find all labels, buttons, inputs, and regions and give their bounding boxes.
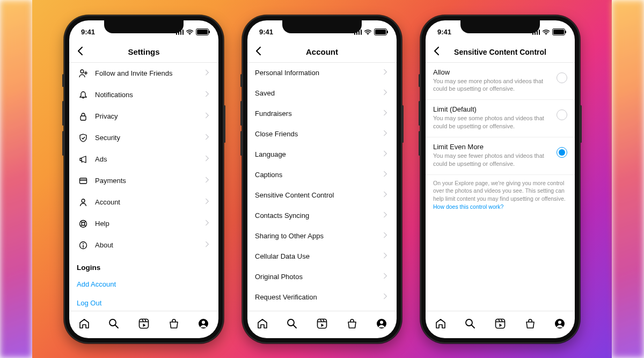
bell-icon xyxy=(77,91,90,99)
wifi-icon xyxy=(186,29,194,35)
row-label: Language xyxy=(255,150,382,158)
row-label: Payments xyxy=(95,177,203,185)
notch xyxy=(104,20,184,33)
add-account-link[interactable]: Add Account xyxy=(69,275,218,294)
account-row-language[interactable]: Language xyxy=(247,144,397,165)
row-label: Security xyxy=(95,134,203,142)
tab-search[interactable] xyxy=(108,318,120,332)
account-row-request-verification[interactable]: Request Verification xyxy=(247,287,397,308)
row-label: Request Verification xyxy=(255,293,382,301)
account-row-cellular-data-use[interactable]: Cellular Data Use xyxy=(247,246,397,267)
tab-profile[interactable] xyxy=(376,318,387,332)
settings-row-help[interactable]: Help xyxy=(69,213,218,235)
settings-row-notifications[interactable]: Notifications xyxy=(69,84,218,106)
status-time: 9:41 xyxy=(259,28,273,36)
account-row-contacts-syncing[interactable]: Contacts Syncing xyxy=(247,206,397,226)
app-header: Account xyxy=(247,42,397,63)
tab-home[interactable] xyxy=(78,318,90,332)
settings-row-privacy[interactable]: Privacy xyxy=(69,106,218,127)
row-label: Help xyxy=(95,220,203,228)
search-icon xyxy=(108,318,120,330)
radio-limit-even-more[interactable] xyxy=(557,147,567,158)
row-label: Sensitive Content Control xyxy=(255,191,382,199)
shop-icon xyxy=(524,318,536,330)
phone-mockup-sensitive-content: 9:41 Sensitive Content Control xyxy=(420,15,580,344)
chevron-right-icon xyxy=(382,251,389,262)
tab-reels[interactable] xyxy=(316,318,328,332)
option-title: Allow xyxy=(433,68,551,76)
chevron-right-icon xyxy=(382,67,389,79)
bottom-tab-bar xyxy=(247,311,397,338)
bottom-tab-bar xyxy=(69,311,218,338)
explain-text: On your Explore page, we're giving you m… xyxy=(426,175,575,215)
row-label: Contacts Syncing xyxy=(255,211,382,220)
wifi-icon xyxy=(364,29,372,35)
shield-icon xyxy=(77,134,90,142)
tab-shop[interactable] xyxy=(168,318,180,332)
sensitive-content-options: Allow You may see more photos and videos… xyxy=(426,63,575,311)
row-label: Account xyxy=(95,198,203,206)
tab-reels[interactable] xyxy=(494,318,506,332)
back-button[interactable] xyxy=(247,46,269,58)
row-label: Sharing to Other Apps xyxy=(255,232,382,240)
radio-allow[interactable] xyxy=(557,72,567,83)
account-row-original-photos[interactable]: Original Photos xyxy=(247,267,397,287)
home-icon xyxy=(257,318,268,330)
page-title: Settings xyxy=(69,47,218,56)
home-icon xyxy=(78,318,90,330)
settings-row-security[interactable]: Security xyxy=(69,127,218,149)
settings-row-follow-invite[interactable]: Follow and Invite Friends xyxy=(69,63,218,84)
tab-home[interactable] xyxy=(257,318,268,332)
account-row-personal-information[interactable]: Personal Information xyxy=(247,63,397,83)
row-label: Fundraisers xyxy=(255,109,382,118)
tab-profile[interactable] xyxy=(197,318,209,332)
search-icon xyxy=(286,318,298,330)
page-title: Account xyxy=(247,47,397,56)
reels-icon xyxy=(316,318,328,330)
settings-row-account[interactable]: Account xyxy=(69,192,218,213)
settings-list: Follow and Invite Friends Notifications … xyxy=(69,63,218,311)
gradient-background: 9:41 Settings Follow xyxy=(32,0,612,358)
option-limit-default[interactable]: Limit (Default) You may see some photos … xyxy=(426,100,575,137)
account-row-sensitive-content-control[interactable]: Sensitive Content Control xyxy=(247,185,397,206)
tab-search[interactable] xyxy=(464,318,476,332)
chevron-right-icon xyxy=(203,218,211,230)
log-out-link[interactable]: Log Out xyxy=(69,294,218,311)
chevron-right-icon xyxy=(203,154,211,165)
settings-row-ads[interactable]: Ads xyxy=(69,149,218,170)
chevron-right-icon xyxy=(382,210,389,222)
how-does-this-control-work-link[interactable]: How does this control work? xyxy=(433,203,503,210)
follow-icon xyxy=(77,69,90,78)
tab-profile[interactable] xyxy=(554,318,566,332)
row-label: Personal Information xyxy=(255,69,382,77)
option-allow[interactable]: Allow You may see more photos and videos… xyxy=(426,63,575,100)
profile-icon xyxy=(554,318,566,330)
chevron-right-icon xyxy=(382,149,389,160)
row-label: Close Friends xyxy=(255,130,382,138)
tab-shop[interactable] xyxy=(524,318,536,332)
row-label: Follow and Invite Friends xyxy=(95,69,203,77)
account-row-captions[interactable]: Captions xyxy=(247,165,397,185)
back-button[interactable] xyxy=(426,46,447,58)
radio-limit-default[interactable] xyxy=(557,109,567,120)
chevron-left-icon xyxy=(431,46,441,55)
account-row-close-friends[interactable]: Close Friends xyxy=(247,124,397,144)
tab-reels[interactable] xyxy=(138,318,150,332)
row-label: Notifications xyxy=(95,91,203,99)
account-row-fundraisers[interactable]: Fundraisers xyxy=(247,104,397,124)
chevron-left-icon xyxy=(253,46,263,55)
shop-icon xyxy=(346,318,358,330)
tab-shop[interactable] xyxy=(346,318,358,332)
back-button[interactable] xyxy=(69,46,91,58)
account-row-sharing-to-other-apps[interactable]: Sharing to Other Apps xyxy=(247,226,397,246)
wifi-icon xyxy=(542,29,550,35)
person-icon xyxy=(77,198,90,207)
settings-row-payments[interactable]: Payments xyxy=(69,170,218,192)
tab-home[interactable] xyxy=(435,318,447,332)
option-limit-even-more[interactable]: Limit Even More You may see fewer photos… xyxy=(426,137,575,175)
home-icon xyxy=(435,318,447,330)
tab-search[interactable] xyxy=(286,318,298,332)
app-header: Sensitive Content Control xyxy=(426,42,575,63)
account-row-saved[interactable]: Saved xyxy=(247,83,397,104)
settings-row-about[interactable]: About xyxy=(69,235,218,256)
